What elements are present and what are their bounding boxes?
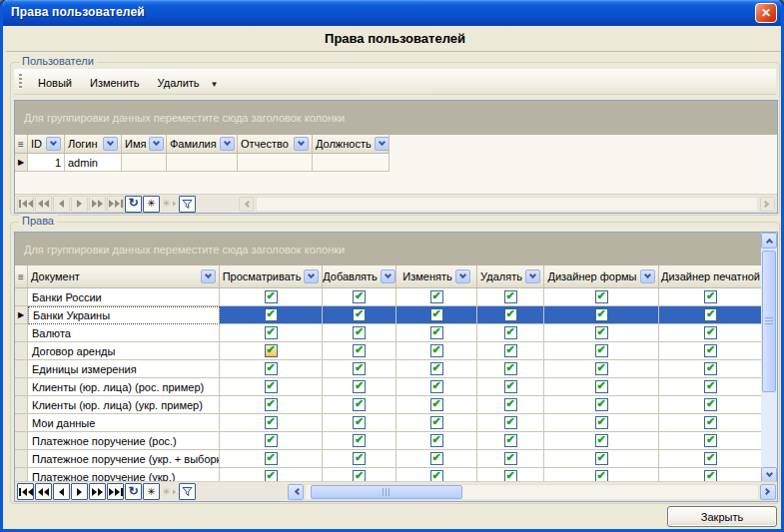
- filter-dropdown-icon[interactable]: [46, 137, 61, 151]
- permission-cell[interactable]: [323, 324, 396, 342]
- permission-cell[interactable]: [396, 378, 477, 396]
- permission-cell[interactable]: [477, 378, 544, 396]
- permission-checkbox[interactable]: [430, 416, 443, 429]
- rights-col-perm-2[interactable]: Добавлять: [323, 266, 396, 288]
- permission-cell[interactable]: [323, 342, 396, 360]
- permission-cell[interactable]: [544, 288, 659, 306]
- permission-checkbox[interactable]: [265, 452, 278, 465]
- permission-cell[interactable]: [396, 414, 477, 432]
- permission-cell[interactable]: [323, 306, 396, 324]
- permission-checkbox[interactable]: [704, 416, 717, 429]
- permission-checkbox[interactable]: [265, 380, 278, 393]
- permission-checkbox[interactable]: [595, 308, 608, 321]
- permission-cell[interactable]: [659, 378, 763, 396]
- users-col-Должность[interactable]: Должность: [313, 135, 390, 154]
- permission-checkbox[interactable]: [265, 308, 278, 321]
- permission-checkbox[interactable]: [430, 362, 443, 375]
- close-icon[interactable]: ✕: [755, 3, 777, 23]
- nav-prior-button[interactable]: [53, 483, 70, 500]
- users-cell-Фамилия[interactable]: [167, 154, 238, 172]
- permission-cell[interactable]: [477, 288, 544, 306]
- permission-cell[interactable]: [477, 396, 544, 414]
- nav-first-button[interactable]: [17, 483, 34, 500]
- permission-cell[interactable]: [323, 360, 396, 378]
- filter-dropdown-icon[interactable]: [294, 137, 309, 151]
- rights-col-perm-1[interactable]: Просматривать: [220, 266, 323, 288]
- users-hscrollbar[interactable]: [256, 197, 758, 212]
- filter-dropdown-icon[interactable]: [149, 137, 164, 151]
- permission-checkbox[interactable]: [504, 434, 517, 447]
- document-cell[interactable]: Платежное поручение (укр. + выборка): [28, 450, 220, 468]
- horizontal-scroll-thumb[interactable]: [311, 485, 462, 499]
- permission-cell[interactable]: [220, 288, 323, 306]
- permission-checkbox[interactable]: [504, 290, 517, 303]
- vertical-scroll-thumb[interactable]: [762, 251, 776, 392]
- permission-cell[interactable]: [544, 342, 659, 360]
- grid-properties-icon[interactable]: ≡: [15, 266, 28, 288]
- document-cell[interactable]: Единицы измерения: [28, 360, 220, 378]
- permission-cell[interactable]: [659, 432, 763, 450]
- users-cell-Отчество[interactable]: [238, 154, 313, 172]
- permission-checkbox[interactable]: [265, 344, 278, 357]
- rights-col-perm-4[interactable]: Удалять: [477, 266, 544, 288]
- filter-dropdown-icon[interactable]: [640, 269, 655, 283]
- permission-checkbox[interactable]: [595, 452, 608, 465]
- permission-cell[interactable]: [396, 396, 477, 414]
- permission-checkbox[interactable]: [704, 434, 717, 447]
- users-cell-ID[interactable]: 1: [28, 154, 65, 172]
- document-cell[interactable]: Клиенты (юр. лица) (рос. пример): [28, 378, 220, 396]
- permission-checkbox[interactable]: [353, 434, 366, 447]
- nav-filter-button[interactable]: [179, 196, 196, 213]
- permission-checkbox[interactable]: [704, 362, 717, 375]
- filter-dropdown-icon[interactable]: [381, 269, 395, 283]
- permission-cell[interactable]: [220, 306, 323, 324]
- filter-dropdown-icon[interactable]: [375, 137, 390, 151]
- toolbar-grip-icon[interactable]: [19, 74, 22, 90]
- permission-cell[interactable]: [659, 288, 763, 306]
- users-col-Имя[interactable]: Имя: [122, 135, 167, 154]
- permission-cell[interactable]: [396, 324, 477, 342]
- permission-checkbox[interactable]: [430, 398, 443, 411]
- permission-cell[interactable]: [220, 342, 323, 360]
- permission-cell[interactable]: [659, 306, 763, 324]
- toolbar-item-edit[interactable]: Изменить: [81, 74, 149, 92]
- permission-checkbox[interactable]: [265, 398, 278, 411]
- permission-checkbox[interactable]: [353, 452, 366, 465]
- nav-next-button[interactable]: [71, 483, 88, 500]
- permission-cell[interactable]: [323, 414, 396, 432]
- permission-cell[interactable]: [544, 306, 659, 324]
- permission-cell[interactable]: [659, 360, 763, 378]
- document-cell[interactable]: Договор аренды: [28, 342, 220, 360]
- permission-cell[interactable]: [477, 342, 544, 360]
- permission-cell[interactable]: [659, 342, 763, 360]
- table-row[interactable]: Платежное поручение (укр. + выборка): [15, 450, 763, 468]
- nav-last-button[interactable]: [107, 483, 124, 500]
- permission-checkbox[interactable]: [353, 380, 366, 393]
- scroll-right-icon[interactable]: [760, 484, 776, 500]
- permission-checkbox[interactable]: [504, 398, 517, 411]
- scroll-up-icon[interactable]: [761, 233, 777, 249]
- nav-refresh-button[interactable]: ↻: [125, 196, 142, 213]
- filter-dropdown-icon[interactable]: [304, 269, 319, 283]
- permission-checkbox[interactable]: [504, 380, 517, 393]
- scroll-left-icon[interactable]: [239, 197, 254, 212]
- permission-checkbox[interactable]: [704, 326, 717, 339]
- document-cell[interactable]: Банки Украины: [28, 306, 220, 324]
- permission-checkbox[interactable]: [595, 326, 608, 339]
- permission-checkbox[interactable]: [353, 416, 366, 429]
- table-row[interactable]: Клиенты (юр. лица) (рос. пример): [15, 378, 763, 396]
- permission-checkbox[interactable]: [504, 362, 517, 375]
- permission-cell[interactable]: [544, 324, 659, 342]
- scroll-left-icon[interactable]: [288, 484, 304, 500]
- document-cell[interactable]: Банки России: [28, 288, 220, 306]
- filter-dropdown-icon[interactable]: [455, 269, 470, 283]
- nav-prior-page-button[interactable]: [35, 483, 52, 500]
- permission-checkbox[interactable]: [353, 308, 366, 321]
- rights-col-document[interactable]: Документ: [28, 266, 220, 288]
- permission-cell[interactable]: [477, 324, 544, 342]
- permission-checkbox[interactable]: [430, 344, 443, 357]
- permission-cell[interactable]: [544, 396, 659, 414]
- permission-checkbox[interactable]: [504, 416, 517, 429]
- permission-cell[interactable]: [396, 306, 477, 324]
- nav-next-page-button[interactable]: [89, 483, 106, 500]
